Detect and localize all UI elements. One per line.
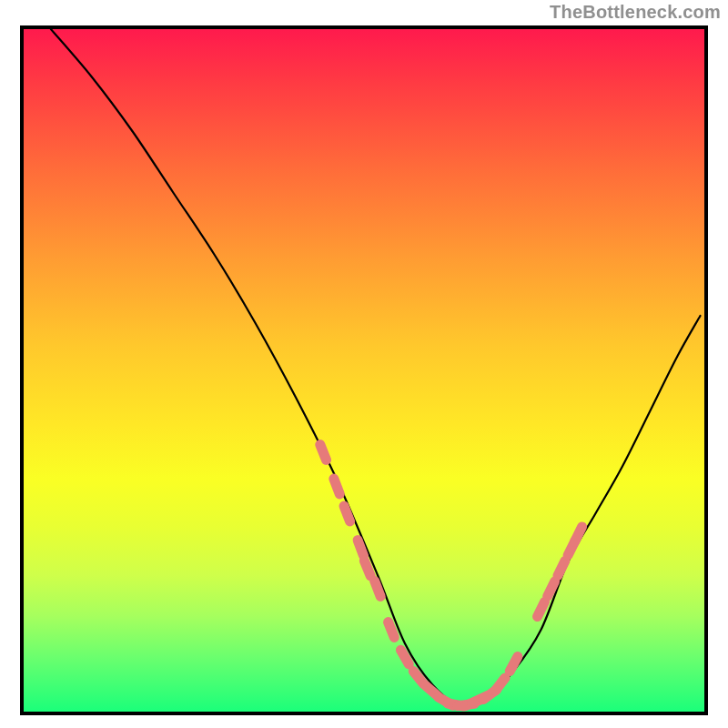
scatter-marker [558, 561, 565, 575]
scatter-marker [575, 527, 582, 541]
plot-frame [20, 25, 708, 715]
scatter-markers [320, 445, 582, 706]
bottleneck-curve [51, 29, 701, 705]
plot-gradient-background [24, 29, 704, 712]
scatter-marker [344, 506, 350, 521]
scatter-marker [364, 561, 370, 576]
scatter-marker [375, 581, 381, 597]
scatter-marker [334, 479, 340, 494]
scatter-marker [538, 602, 545, 616]
scatter-marker [495, 678, 505, 691]
scatter-marker [400, 650, 409, 664]
chart-svg [24, 29, 704, 712]
scatter-marker [320, 445, 327, 460]
watermark-text: TheBottleneck.com [550, 2, 721, 23]
scatter-marker [548, 581, 555, 596]
scatter-marker [510, 657, 518, 672]
stage: TheBottleneck.com [0, 0, 728, 728]
scatter-marker [389, 622, 395, 638]
scatter-marker [358, 541, 363, 556]
